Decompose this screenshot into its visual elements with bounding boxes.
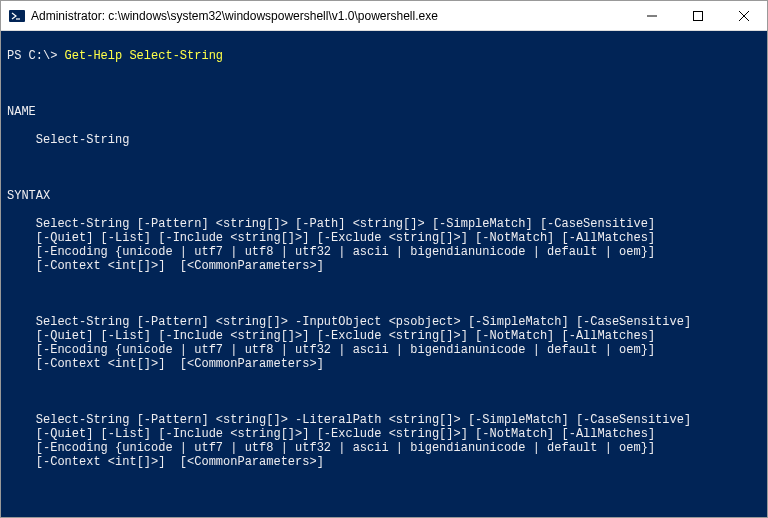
syntax-block-1: Select-String [-Pattern] <string[]> [-Pa… <box>7 217 761 273</box>
name-value: Select-String <box>7 133 761 147</box>
blank-line <box>7 385 761 399</box>
window-title: Administrator: c:\windows\system32\windo… <box>31 9 629 23</box>
terminal-output[interactable]: PS C:\> Get-Help Select-String NAME Sele… <box>1 31 767 517</box>
maximize-button[interactable] <box>675 1 721 31</box>
prompt: PS C:\> <box>7 49 65 63</box>
blank-line <box>7 77 761 91</box>
window-titlebar: Administrator: c:\windows\system32\windo… <box>1 1 767 31</box>
syntax-block-3: Select-String [-Pattern] <string[]> -Lit… <box>7 413 761 469</box>
name-header: NAME <box>7 105 761 119</box>
syntax-block-2: Select-String [-Pattern] <string[]> -Inp… <box>7 315 761 371</box>
blank-line <box>7 511 761 517</box>
blank-line <box>7 161 761 175</box>
svg-rect-3 <box>694 11 703 20</box>
close-button[interactable] <box>721 1 767 31</box>
command-argument: Select-String <box>129 49 223 63</box>
command-cmdlet: Get-Help <box>65 49 130 63</box>
syntax-header: SYNTAX <box>7 189 761 203</box>
blank-line <box>7 483 761 497</box>
blank-line <box>7 287 761 301</box>
minimize-button[interactable] <box>629 1 675 31</box>
powershell-icon <box>9 8 25 24</box>
